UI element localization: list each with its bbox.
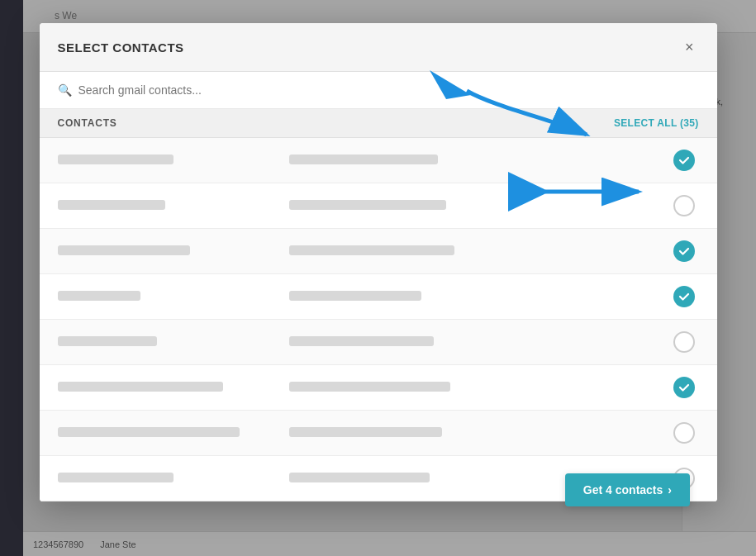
contact-name-blur — [58, 291, 140, 301]
get-contacts-button[interactable]: Get 4 contacts › — [565, 473, 690, 506]
select-contacts-modal: SELECT CONTACTS × 🔍 CONTACTS SELECT ALL … — [40, 23, 717, 501]
contacts-list — [40, 138, 717, 501]
contact-email-blur — [289, 427, 442, 437]
contact-name — [58, 425, 289, 440]
contact-checkbox-col — [669, 377, 699, 398]
get-contacts-label: Get 4 contacts — [583, 483, 663, 497]
contact-email — [289, 153, 669, 168]
contact-name-blur — [58, 336, 157, 346]
contact-email — [289, 380, 669, 395]
contact-name — [58, 335, 289, 349]
contact-email — [289, 289, 669, 304]
contact-name — [58, 244, 289, 259]
search-icon: 🔍 — [58, 83, 72, 97]
contact-name — [58, 380, 289, 395]
contact-name-blur — [58, 245, 190, 255]
checkbox-unchecked[interactable] — [673, 195, 695, 216]
contact-row — [40, 365, 717, 411]
contact-email-blur — [289, 245, 454, 255]
modal-close-button[interactable]: × — [680, 38, 699, 56]
contact-row — [40, 411, 717, 456]
contact-name-blur — [58, 382, 223, 392]
search-bar: 🔍 — [40, 72, 717, 109]
contact-name — [58, 198, 289, 213]
contact-email-blur — [289, 382, 450, 392]
contact-name-blur — [58, 473, 174, 482]
contact-name — [58, 289, 289, 304]
modal-title: SELECT CONTACTS — [58, 40, 184, 55]
contact-name — [58, 471, 289, 486]
checkbox-checked[interactable] — [673, 286, 695, 307]
checkbox-checked[interactable] — [673, 150, 695, 171]
contact-row — [40, 183, 717, 229]
contact-row — [40, 320, 717, 365]
checkbox-unchecked[interactable] — [673, 331, 695, 353]
contact-checkbox-col — [669, 331, 699, 353]
get-contacts-arrow: › — [668, 483, 672, 497]
contact-checkbox-col — [669, 286, 699, 307]
contact-email-blur — [289, 291, 421, 301]
contact-row — [40, 229, 717, 274]
contact-email — [289, 335, 669, 349]
contact-email-blur — [289, 154, 438, 164]
checkbox-checked[interactable] — [673, 240, 695, 262]
search-input[interactable] — [78, 83, 699, 97]
contact-email-blur — [289, 336, 434, 346]
contact-checkbox-col — [669, 422, 699, 444]
contacts-section-label: CONTACTS — [58, 117, 117, 129]
checkbox-unchecked[interactable] — [673, 422, 695, 444]
contact-name — [58, 153, 289, 168]
contact-email — [289, 198, 669, 213]
contact-name-blur — [58, 154, 174, 164]
modal-header: SELECT CONTACTS × — [40, 23, 717, 72]
contact-email-blur — [289, 473, 430, 482]
contact-checkbox-col — [669, 150, 699, 171]
contact-email-blur — [289, 200, 446, 210]
contact-name-blur — [58, 200, 165, 210]
contacts-header: CONTACTS SELECT ALL (35) — [40, 109, 717, 138]
contact-email — [289, 244, 669, 259]
select-all-button[interactable]: SELECT ALL (35) — [614, 117, 699, 129]
contact-checkbox-col — [669, 195, 699, 216]
contact-row — [40, 138, 717, 183]
contact-checkbox-col — [669, 240, 699, 262]
checkbox-checked[interactable] — [673, 377, 695, 398]
contact-row — [40, 274, 717, 320]
contact-email — [289, 425, 669, 440]
contact-name-blur — [58, 427, 240, 437]
